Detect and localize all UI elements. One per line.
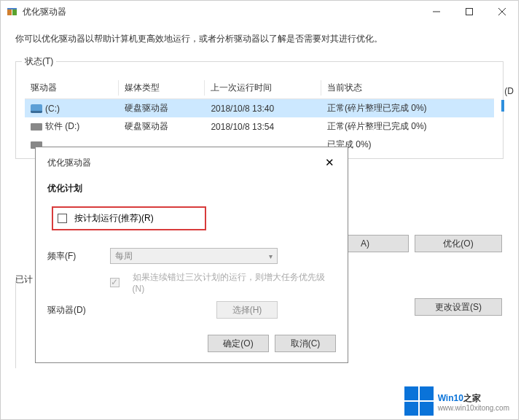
main-action-buttons: A) 优化(O) <box>321 235 502 252</box>
windows-logo-icon <box>404 386 434 416</box>
svg-rect-2 <box>7 8 17 9</box>
table-row[interactable]: 软件 (D:) 硬盘驱动器 2018/10/8 13:54 正常(碎片整理已完成… <box>25 117 494 136</box>
priority-label: 如果连续错过三次计划的运行，则增大任务优先级(N) <box>133 271 336 294</box>
drive-name: 软件 (D:) <box>45 121 79 131</box>
maximize-button[interactable] <box>453 1 485 23</box>
window-title: 优化驱动器 <box>23 6 420 18</box>
change-settings-button[interactable]: 更改设置(S) <box>415 298 502 316</box>
optimize-dialog: 优化驱动器 ✕ 优化计划 按计划运行(推荐)(R) 频率(F) 每周 ▾ 如果连… <box>35 147 348 363</box>
selection-indicator <box>501 100 504 112</box>
col-media[interactable]: 媒体类型 <box>119 77 205 99</box>
drive-table: 驱动器 媒体类型 上一次运行时间 当前状态 (C:) 硬盘驱动器 2018/10… <box>25 77 494 154</box>
frequency-label: 频率(F) <box>47 250 110 262</box>
status-panel-label: 状态(T) <box>22 55 56 68</box>
run-on-schedule-highlight: 按计划运行(推荐)(R) <box>52 206 206 230</box>
drive-icon <box>31 104 42 113</box>
cancel-button[interactable]: 取消(C) <box>275 335 336 352</box>
col-status[interactable]: 当前状态 <box>321 77 494 99</box>
drive-lastrun: 2018/10/8 13:54 <box>205 117 321 136</box>
dialog-close-icon[interactable]: ✕ <box>323 156 336 169</box>
dialog-section-title: 优化计划 <box>47 182 336 195</box>
titlebar: 优化驱动器 <box>1 1 518 23</box>
drive-lastrun: 2018/10/8 13:40 <box>205 99 321 118</box>
schedule-panel-border <box>15 281 18 368</box>
priority-checkbox[interactable] <box>110 278 120 287</box>
priority-row: 如果连续错过三次计划的运行，则增大任务优先级(N) <box>47 271 336 294</box>
choose-drives-button[interactable]: 选择(H) <box>216 301 278 319</box>
logo-brand: Win10之家 <box>438 390 509 405</box>
run-on-schedule-label: 按计划运行(推荐)(R) <box>74 212 154 225</box>
logo-url: www.win10xitong.com <box>438 404 509 412</box>
window-controls <box>420 1 518 23</box>
drive-media: 硬盘驱动器 <box>119 99 205 118</box>
drive-media: 硬盘驱动器 <box>119 117 205 136</box>
harddisk-icon <box>31 123 42 131</box>
minimize-button[interactable] <box>420 1 453 23</box>
drive-status: 正常(碎片整理已完成 0%) <box>321 117 494 136</box>
side-fragment: (D <box>501 85 517 112</box>
run-on-schedule-checkbox[interactable] <box>58 214 67 223</box>
frequency-row: 频率(F) 每周 ▾ <box>47 248 336 264</box>
table-header-row: 驱动器 媒体类型 上一次运行时间 当前状态 <box>25 77 494 99</box>
ok-button[interactable]: 确定(O) <box>208 335 269 352</box>
app-icon <box>7 6 18 18</box>
drive-status: 正常(碎片整理已完成 0%) <box>321 99 494 118</box>
drive-select-row: 驱动器(D) 选择(H) <box>47 301 336 319</box>
dialog-title: 优化驱动器 <box>47 157 323 169</box>
chevron-down-icon: ▾ <box>269 252 273 260</box>
table-row[interactable]: (C:) 硬盘驱动器 2018/10/8 13:40 正常(碎片整理已完成 0%… <box>25 99 494 118</box>
close-button[interactable] <box>485 1 518 23</box>
dialog-header: 优化驱动器 ✕ <box>47 156 336 169</box>
drive-name: (C:) <box>45 104 60 114</box>
frequency-value: 每周 <box>115 250 133 262</box>
window-body: 你可以优化驱动器以帮助计算机更高效地运行，或者分析驱动器以了解是否需要对其进行优… <box>1 23 518 166</box>
description-text: 你可以优化驱动器以帮助计算机更高效地运行，或者分析驱动器以了解是否需要对其进行优… <box>15 33 504 45</box>
frequency-combobox[interactable]: 每周 ▾ <box>110 248 278 264</box>
dialog-footer: 确定(O) 取消(C) <box>47 335 336 352</box>
drive-select-label: 驱动器(D) <box>47 304 110 316</box>
svg-rect-4 <box>466 9 472 15</box>
optimize-button[interactable]: 优化(O) <box>415 235 502 252</box>
side-label: (D <box>501 85 517 98</box>
status-panel: 状态(T) 驱动器 媒体类型 上一次运行时间 当前状态 (C:) 硬盘驱动器 2… <box>15 61 504 159</box>
change-settings-area: 更改设置(S) <box>415 298 502 316</box>
col-drive[interactable]: 驱动器 <box>25 77 119 99</box>
watermark-logo: Win10之家 www.win10xitong.com <box>404 386 509 416</box>
col-lastrun[interactable]: 上一次运行时间 <box>205 77 321 99</box>
